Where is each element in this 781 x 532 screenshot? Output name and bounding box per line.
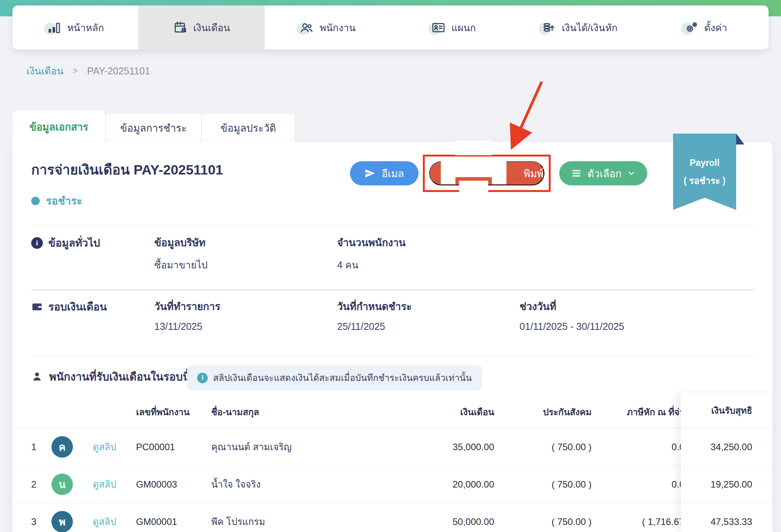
section-employees-title: พนักงานที่รับเงินเดือนในรอบนี้ [49, 368, 190, 385]
department-card-icon [431, 20, 446, 35]
social-security-value: ( 750.00 ) [494, 479, 592, 490]
section-payroll-period: รอบเงินเดือน [31, 298, 107, 315]
income-deduction-coins-icon [541, 20, 556, 35]
employee-no: GM00001 [136, 516, 211, 527]
view-slip-link[interactable]: ดูสลิป [87, 477, 136, 492]
withholding-tax-value: ( 1,716.67 ) [592, 516, 690, 527]
divider [31, 289, 754, 290]
main-nav: หน้าหลัก เงินเดือน พนักงาน แผนก เงินได้/… [12, 5, 769, 49]
salary-value: 35,000.00 [414, 442, 494, 453]
field-employee-count: จำนวนพนักงาน 4 คน [337, 234, 406, 273]
employee-name: คุณานนต์ สามเจริญ [211, 439, 414, 454]
info-icon: i [197, 373, 208, 383]
transaction-date-label: วันที่ทำรายการ [154, 298, 220, 314]
view-slip-link[interactable]: ดูสลิป [87, 514, 136, 529]
salary-value: 50,000.00 [414, 516, 494, 527]
col-employee-no: เลขที่พนักงาน [136, 405, 211, 419]
options-button[interactable]: ตัวเลือก [559, 161, 647, 185]
status-badge: รอชำระ [31, 192, 82, 209]
nav-label: แผนก [451, 20, 476, 35]
avatar: ค [51, 436, 73, 458]
col-salary: เงินเดือน [414, 405, 494, 419]
print-button-label: พิมพ์ [524, 166, 544, 181]
breadcrumb-separator: > [73, 66, 78, 76]
avatar: พ [51, 511, 73, 532]
chevron-down-icon [627, 169, 636, 178]
nav-item-employees[interactable]: พนักงาน [265, 5, 390, 49]
due-date-label: วันที่กำหนดชำระ [337, 298, 412, 314]
table-header: เลขที่พนักงาน ชื่อ-นามสกุล เงินเดือน ประ… [12, 396, 709, 428]
row-number: 1 [31, 442, 48, 453]
nav-item-income-deduction[interactable]: เงินได้/เงินหัก [516, 5, 642, 49]
field-transaction-date: วันที่ทำรายการ 13/11/2025 [154, 298, 220, 332]
section-general-title: ข้อมูลทั่วไป [48, 234, 100, 251]
company-label: ข้อมูลบริษัท [154, 234, 208, 250]
nav-item-settings[interactable]: ตั้งค่า [643, 5, 769, 49]
table-row: 3 พ ดูสลิป GM00001 พีค โปรแกรม 50,000.00… [12, 503, 709, 532]
nav-item-department[interactable]: แผนก [390, 5, 516, 49]
nav-label: เงินเดือน [193, 20, 230, 35]
transaction-date-value: 13/11/2025 [154, 321, 220, 332]
avatar: น [51, 474, 73, 495]
bar-chart-icon [47, 20, 62, 35]
section-general-info: i ข้อมูลทั่วไป [31, 234, 100, 251]
employee-count-label: จำนวนพนักงาน [337, 234, 406, 250]
social-security-value: ( 750.00 ) [494, 516, 592, 527]
nav-label: หน้าหลัก [67, 20, 104, 35]
email-button[interactable]: อีเมล [350, 161, 419, 185]
tab-payment-info[interactable]: ข้อมูลการชำระ [106, 113, 201, 143]
row-number: 2 [31, 479, 48, 490]
field-company: ข้อมูลบริษัท ซื้อมาขายไป [154, 234, 208, 273]
ribbon-line1: Payroll [690, 158, 720, 168]
net-pay-value: 19,250.00 [681, 466, 772, 503]
employee-name: น้ำใจ ใจจริง [211, 477, 414, 492]
date-range-label: ช่วงวันที่ [519, 298, 624, 314]
employee-name: พีค โปรแกรม [211, 514, 414, 529]
salary-value: 20,000.00 [414, 479, 494, 490]
section-period-title: รอบเงินเดือน [48, 298, 107, 315]
ribbon-line2: ( รอชำระ ) [684, 174, 726, 188]
options-button-label: ตัวเลือก [587, 166, 622, 181]
field-due-date: วันที่กำหนดชำระ 25/11/2025 [337, 298, 412, 332]
row-number: 3 [31, 516, 48, 527]
info-icon: i [31, 237, 43, 249]
nav-label: พนักงาน [320, 20, 355, 35]
nav-label: ตั้งค่า [704, 20, 727, 35]
ribbon-fold [736, 134, 744, 144]
page-title: การจ่ายเงินเดือน PAY-20251101 [31, 159, 223, 180]
slip-note-chip: i สลิปเงินเดือนจะแสดงเงินได้สะสมเมื่อบัน… [187, 365, 482, 390]
payroll-status-ribbon: Payroll ( รอชำระ ) [673, 134, 736, 210]
employee-no: GM00003 [136, 479, 211, 490]
payroll-calendar-icon [173, 20, 188, 35]
social-security-value: ( 750.00 ) [494, 442, 592, 453]
breadcrumb-payroll-link[interactable]: เงินเดือน [27, 63, 64, 79]
printer-icon [430, 130, 518, 217]
wallet-icon [31, 301, 43, 313]
field-date-range: ช่วงวันที่ 01/11/2025 - 30/11/2025 [519, 298, 624, 332]
net-pay-fixed-column: เงินรับสุทธิ 34,250.00 19,250.00 47,533.… [681, 393, 772, 532]
email-button-label: อีเมล [382, 166, 404, 181]
employees-icon [299, 20, 314, 35]
tab-history-info[interactable]: ข้อมูลประวัติ [201, 113, 295, 143]
person-icon [31, 371, 43, 382]
breadcrumb: เงินเดือน > PAY-20251101 [27, 63, 150, 79]
col-net-pay: เงินรับสุทธิ [681, 393, 772, 428]
menu-lines-icon [571, 168, 582, 179]
section-employees: พนักงานที่รับเงินเดือนในรอบนี้ [31, 368, 190, 385]
col-social-security: ประกันสังคม [494, 405, 592, 419]
table-row: 2 น ดูสลิป GM00003 น้ำใจ ใจจริง 20,000.0… [12, 466, 709, 503]
employee-count-value: 4 คน [337, 257, 406, 273]
tab-document-info[interactable]: ข้อมูลเอกสาร [12, 110, 105, 143]
paper-plane-icon [364, 168, 375, 179]
nav-item-payroll[interactable]: เงินเดือน [138, 5, 264, 49]
net-pay-value: 34,250.00 [681, 428, 772, 466]
print-highlight-box: พิมพ์ [423, 155, 551, 192]
company-value: ซื้อมาขายไป [154, 257, 208, 273]
print-button[interactable]: พิมพ์ [429, 161, 544, 185]
status-dot-icon [31, 197, 40, 205]
settings-gears-icon [684, 20, 699, 35]
nav-item-home[interactable]: หน้าหลัก [12, 5, 138, 49]
document-card: การจ่ายเงินเดือน PAY-20251101 อีเมล พิมพ… [12, 142, 772, 532]
view-slip-link[interactable]: ดูสลิป [87, 439, 136, 454]
col-withholding-tax: ภาษีหัก ณ ที่จ่าย [592, 405, 690, 419]
